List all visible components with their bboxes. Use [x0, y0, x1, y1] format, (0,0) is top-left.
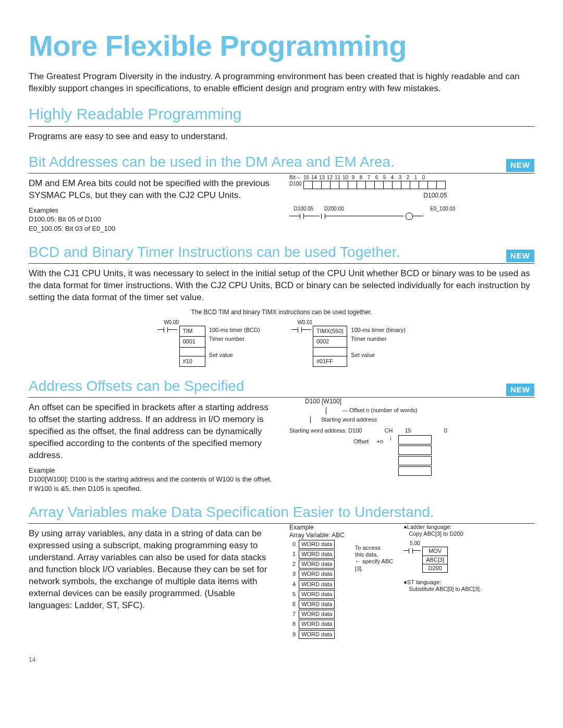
timer-diagram: W0.00 TIM 0001 #10 100-ms timer (BCD) Ti… [29, 319, 534, 367]
bit-callout: D100.05 [336, 192, 534, 199]
examples-label: Examples [29, 206, 274, 215]
new-badge: NEW [506, 250, 534, 262]
section3-body: With the CJ1 CPU Units, it was necessary… [29, 268, 534, 304]
section1-body: Programs are easy to see and easy to und… [29, 131, 534, 143]
section4-example-text: D100[W100]: D100 is the starting address… [29, 475, 274, 493]
section4-heading: Address Offsets can be Specified [29, 376, 244, 396]
section5-heading: Array Variables make Data Specification … [29, 502, 434, 522]
array-diagram: Example Array Variable: ABC 0WORD data 1… [289, 524, 534, 640]
intro-paragraph: The Greatest Program Diversity in the in… [29, 71, 534, 95]
ladder-diagram-1: D100.05 D200.00 E0_100.03 [289, 205, 534, 220]
new-badge: NEW [506, 384, 534, 396]
example-line-2: E0_100.05: Bit 03 of E0_100 [29, 224, 274, 233]
bit-numbers: 1514131211109876543210 [302, 175, 427, 180]
offset-diagram: D100 [W100] — Offset n (number of words)… [289, 398, 534, 493]
bit-table [303, 181, 446, 189]
section1-heading: Highly Readable Programming [29, 104, 534, 127]
ladder-lang-label: ●Ladder language: [403, 524, 481, 530]
bit-diagram: Bit→ 1514131211109876543210 D100 D100.05… [289, 174, 534, 233]
bit-row-label: D100 [289, 181, 302, 187]
section4-example-label: Example [29, 466, 274, 475]
st-lang-label: ●ST language: [403, 579, 481, 586]
section2-body: DM and EM Area bits could not be specifi… [29, 178, 274, 202]
page-title: More Flexible Programming [29, 26, 534, 66]
new-badge: NEW [506, 159, 534, 171]
page-number: 14 [29, 656, 534, 664]
section3-center-note: The BCD TIM and binary TIMX instructions… [29, 308, 534, 316]
section5-body: By using array variables, any data in a … [29, 528, 274, 612]
array-table: 0WORD data 1WORD data 2WORD data 3WORD d… [289, 539, 336, 640]
section4-body: An offset can be specified in brackets a… [29, 402, 274, 462]
bit-arrow-label: Bit→ [289, 175, 301, 180]
section2-heading: Bit Addresses can be used in the DM Area… [29, 152, 395, 172]
example-line-1: D100.05: Bit 05 of D100 [29, 215, 274, 224]
section3-heading: BCD and Binary Timer Instructions can be… [29, 242, 400, 262]
